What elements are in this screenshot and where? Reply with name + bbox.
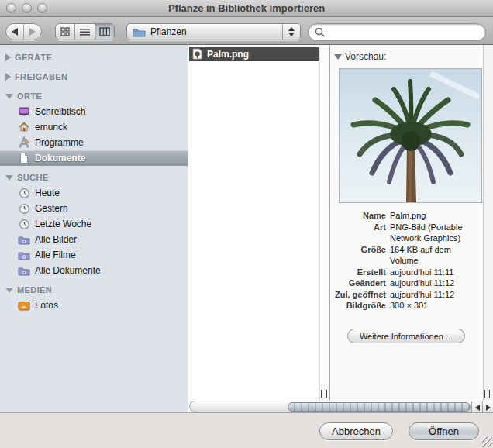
folder-icon xyxy=(133,27,146,37)
sidebar-item-letzte-woche[interactable]: Letzte Woche xyxy=(0,216,188,232)
column-resize-handle[interactable] xyxy=(484,390,490,398)
palm-tree-photo xyxy=(340,69,481,202)
more-info-button[interactable]: Weitere Informationen ... xyxy=(347,329,465,343)
disclosure-expanded-icon[interactable] xyxy=(5,175,13,181)
image-file-icon xyxy=(192,48,202,60)
sidebar-item-alle-filme[interactable]: Alle Filme xyxy=(0,247,188,263)
sidebar-item-emunck[interactable]: emunck xyxy=(0,119,188,135)
popup-stepper-icon xyxy=(282,24,300,40)
detail-row: Geändert aujourd'hui 11:12 xyxy=(330,277,481,289)
location-popup[interactable]: Pflanzen xyxy=(126,23,301,40)
icon-view-icon xyxy=(60,27,70,36)
detail-row: Art PNG-Bild (Portable Network Graphics) xyxy=(330,222,481,244)
smart-folder-icon xyxy=(18,264,30,277)
sidebar-section-medien[interactable]: MEDIEN xyxy=(0,282,188,298)
list-view-icon xyxy=(80,27,90,36)
file-name: Palm.png xyxy=(207,49,249,60)
list-view-button[interactable] xyxy=(74,24,94,40)
smart-folder-icon xyxy=(18,233,30,246)
disclosure-collapsed-icon[interactable] xyxy=(5,73,11,81)
sidebar-section-geraete[interactable]: GERÄTE xyxy=(0,50,188,65)
file-column-scrollbar[interactable] xyxy=(319,45,329,401)
titlebar: Pflanze in Bibliothek importieren xyxy=(0,0,493,17)
clock-icon xyxy=(18,187,30,199)
disclosure-expanded-icon[interactable] xyxy=(5,288,13,293)
preview-header[interactable]: Vorschau: xyxy=(334,51,386,62)
horizontal-scrollbar-thumb[interactable] xyxy=(288,402,471,412)
sidebar-item-fotos[interactable]: Fotos xyxy=(0,298,188,313)
column-view-button[interactable] xyxy=(95,24,114,40)
sidebar-item-alle-dokumente[interactable]: Alle Dokumente xyxy=(0,263,188,278)
photos-icon xyxy=(18,299,30,312)
sidebar-section-orte[interactable]: ORTE xyxy=(0,88,188,104)
window-title: Pflanze in Bibliothek importieren xyxy=(0,0,493,17)
forward-button[interactable] xyxy=(24,24,41,40)
column-resize-handle[interactable] xyxy=(321,390,327,398)
disclosure-expanded-icon[interactable] xyxy=(5,94,13,99)
cancel-button[interactable]: Abbrechen xyxy=(319,422,393,440)
scroll-left-button[interactable] xyxy=(471,401,482,413)
sidebar-item-programme[interactable]: Programme xyxy=(0,135,188,150)
applications-icon xyxy=(18,136,30,149)
documents-icon xyxy=(18,152,30,164)
sidebar-section-freigaben[interactable]: FREIGABEN xyxy=(0,69,188,84)
sidebar-section-suche[interactable]: SUCHE xyxy=(0,170,188,185)
column-view-icon xyxy=(99,27,110,36)
detail-row: Zul. geöffnet aujourd'hui 11:12 xyxy=(330,289,481,301)
sidebar-item-gestern[interactable]: Gestern xyxy=(0,201,188,216)
sidebar-item-alle-bilder[interactable]: Alle Bilder xyxy=(0,232,188,247)
scroll-left-icon xyxy=(475,405,480,411)
import-dialog-window: Pflanze in Bibliothek importieren xyxy=(0,0,493,448)
back-button[interactable] xyxy=(6,24,24,40)
detail-row: Name Palm.png xyxy=(330,210,481,222)
horizontal-scrollbar[interactable] xyxy=(189,401,493,412)
toolbar: Pflanzen xyxy=(0,17,493,45)
open-button[interactable]: Öffnen xyxy=(409,422,479,440)
history-nav-group xyxy=(5,23,42,40)
preview-column: Vorschau: xyxy=(330,45,483,401)
resize-grip[interactable] xyxy=(482,437,492,447)
sidebar-item-heute[interactable]: Heute xyxy=(0,185,188,201)
sidebar-item-dokumente[interactable]: Dokumente xyxy=(0,150,188,166)
sidebar-item-schreibtisch[interactable]: Schreibtisch xyxy=(0,104,188,119)
file-row-palm[interactable]: Palm.png xyxy=(189,47,319,61)
preview-image xyxy=(339,68,482,203)
detail-row: Bildgröße 300 × 301 xyxy=(330,300,481,312)
detail-row: Größe 164 KB auf dem Volume xyxy=(330,244,481,267)
clock-icon xyxy=(18,202,30,215)
disclosure-collapsed-icon[interactable] xyxy=(5,53,11,61)
desktop-icon xyxy=(18,105,30,118)
clock-icon xyxy=(18,218,30,230)
view-mode-group xyxy=(55,23,115,40)
forward-arrow-icon xyxy=(29,28,36,36)
search-field xyxy=(308,23,486,41)
detail-row: Erstellt aujourd'hui 11:11 xyxy=(330,267,481,278)
smart-folder-icon xyxy=(18,249,30,261)
sidebar: GERÄTE FREIGABEN ORTE Schreibtisch xyxy=(0,45,188,412)
dialog-footer: Abbrechen Öffnen xyxy=(0,412,493,448)
scroll-right-icon xyxy=(486,405,491,411)
search-icon xyxy=(315,27,325,37)
scroll-right-button[interactable] xyxy=(482,401,493,413)
file-browser-column: Palm.png xyxy=(189,45,319,401)
back-arrow-icon xyxy=(12,28,18,36)
search-input[interactable] xyxy=(329,26,472,39)
icon-view-button[interactable] xyxy=(56,24,74,40)
file-details: Name Palm.png Art PNG-Bild (Portable Net… xyxy=(330,210,481,312)
preview-column-scrollbar[interactable] xyxy=(483,45,493,401)
location-popup-value: Pflanzen xyxy=(150,26,282,37)
home-icon xyxy=(18,121,30,133)
disclosure-expanded-icon[interactable] xyxy=(334,54,342,60)
